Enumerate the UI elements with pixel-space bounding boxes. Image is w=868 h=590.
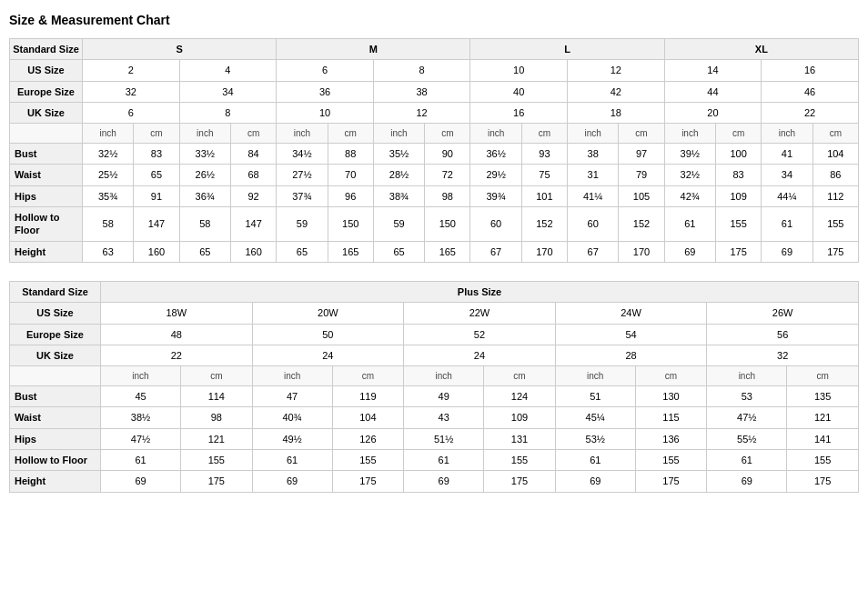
measurement-value: 170 [521, 241, 567, 262]
measurement-value-2: 155 [635, 450, 707, 471]
unit-cell: inch [470, 124, 521, 144]
col-xl: XL [664, 39, 858, 60]
measurement-value-2: 155 [181, 450, 253, 471]
unit-cell-2: inch [555, 366, 635, 386]
europe-size-value-2: 54 [555, 324, 707, 345]
measurement-label: Height [10, 241, 83, 262]
measurement-value-2: 131 [484, 428, 556, 449]
measurement-label: Hollow to Floor [10, 207, 83, 242]
size-chart-table-1: Standard Size S M L XL US Size2468101214… [9, 38, 859, 263]
unit-cell-2: cm [484, 366, 556, 386]
measurement-value-2: 121 [181, 428, 253, 449]
unit-cell: cm [619, 124, 664, 144]
europe-size-value-2: 52 [404, 324, 556, 345]
measurement-value: 175 [716, 241, 762, 262]
measurement-value-2: 51 [555, 386, 635, 407]
unit-cell-2: cm [635, 366, 707, 386]
measurement-value: 58 [83, 207, 134, 242]
col2-standard-size: Standard Size [10, 281, 101, 302]
measurement-value-2: 155 [484, 450, 556, 471]
measurement-value: 61 [664, 207, 715, 242]
measurement-value: 65 [179, 241, 230, 262]
measurement-value: 165 [425, 241, 470, 262]
measurement-value: 39¾ [470, 185, 521, 206]
measurement-value: 37¾ [277, 185, 328, 206]
measurement-value-2: 61 [555, 450, 635, 471]
measurement-value: 63 [83, 241, 134, 262]
measurement-value-2: 119 [332, 386, 404, 407]
unit-cell: inch [664, 124, 715, 144]
col-l: L [470, 39, 664, 60]
measurement-value: 59 [373, 207, 424, 242]
measurement-label: Bust [10, 144, 83, 165]
measurement-value: 88 [328, 144, 373, 165]
measurement-label-2: Waist [10, 407, 101, 428]
measurement-value: 33½ [179, 144, 230, 165]
uk-size-value-2: 22 [101, 345, 253, 365]
europe-size-value: 42 [568, 81, 665, 102]
uk-size-value: 8 [179, 102, 277, 123]
measurement-value: 35½ [373, 144, 424, 165]
measurement-value: 83 [134, 144, 179, 165]
measurement-value-2: 40¾ [252, 407, 332, 428]
measurement-value: 105 [619, 185, 664, 206]
measurement-value-2: 175 [635, 471, 707, 492]
unit-empty [10, 124, 83, 144]
europe-size-label-2: Europe Size [10, 324, 101, 345]
uk-size-label: UK Size [10, 102, 83, 123]
unit-cell: cm [134, 124, 179, 144]
uk-size-value: 12 [373, 102, 470, 123]
measurement-value: 44¼ [762, 185, 812, 206]
measurement-value-2: 98 [181, 407, 253, 428]
unit-cell-2: cm [332, 366, 404, 386]
measurement-value-2: 45¼ [555, 407, 635, 428]
measurement-value: 61 [762, 207, 812, 242]
unit-cell-2: cm [181, 366, 253, 386]
us-size-value: 16 [762, 60, 859, 81]
measurement-value-2: 47 [252, 386, 332, 407]
measurement-value: 98 [425, 185, 470, 206]
measurement-value-2: 124 [484, 386, 556, 407]
measurement-value-2: 109 [484, 407, 556, 428]
measurement-value: 67 [568, 241, 619, 262]
unit-cell: inch [762, 124, 812, 144]
measurement-value: 70 [328, 165, 373, 185]
us-size-value: 8 [373, 60, 470, 81]
uk-size-value-2: 32 [707, 345, 859, 365]
measurement-value: 97 [619, 144, 664, 165]
measurement-value: 79 [619, 165, 664, 185]
measurement-value: 42¾ [664, 185, 715, 206]
measurement-value: 32½ [664, 165, 715, 185]
unit-cell-2: inch [101, 366, 181, 386]
measurement-value: 28½ [373, 165, 424, 185]
unit-cell: cm [521, 124, 567, 144]
measurement-value: 150 [425, 207, 470, 242]
measurement-value: 91 [134, 185, 179, 206]
measurement-value-2: 49 [404, 386, 484, 407]
measurement-value: 34½ [277, 144, 328, 165]
measurement-value: 101 [521, 185, 567, 206]
measurement-value: 58 [179, 207, 230, 242]
measurement-value-2: 155 [787, 450, 859, 471]
us-size-value-2: 26W [707, 303, 859, 324]
measurement-value: 69 [762, 241, 812, 262]
measurement-value: 160 [134, 241, 179, 262]
measurement-value: 65 [134, 165, 179, 185]
europe-size-value: 38 [373, 81, 470, 102]
unit-cell: cm [230, 124, 276, 144]
measurement-value-2: 130 [635, 386, 707, 407]
measurement-value-2: 43 [404, 407, 484, 428]
measurement-value: 34 [762, 165, 812, 185]
measurement-value: 72 [425, 165, 470, 185]
measurement-value-2: 61 [101, 450, 181, 471]
measurement-value-2: 61 [404, 450, 484, 471]
col-standard-size: Standard Size [10, 39, 83, 60]
measurement-value-2: 51½ [404, 428, 484, 449]
measurement-value: 112 [812, 185, 858, 206]
unit-empty-2 [10, 366, 101, 386]
measurement-value: 38¾ [373, 185, 424, 206]
unit-cell-2: cm [787, 366, 859, 386]
us-size-value-2: 22W [404, 303, 556, 324]
unit-cell: inch [83, 124, 134, 144]
measurement-label: Hips [10, 185, 83, 206]
